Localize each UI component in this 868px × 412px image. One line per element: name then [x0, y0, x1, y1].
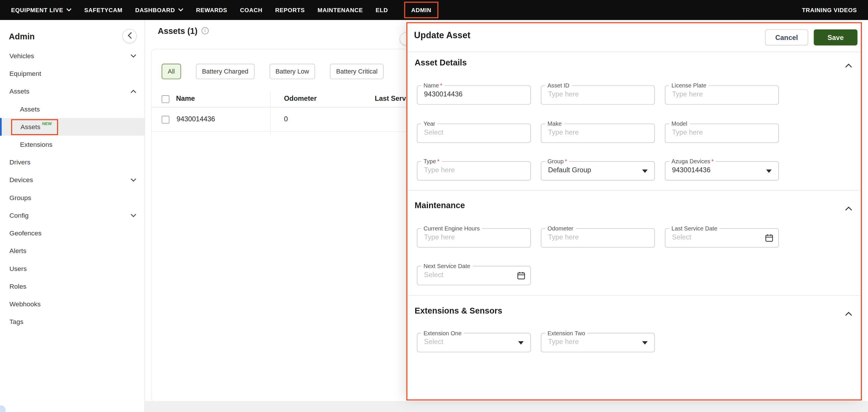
sidebar-item-tags[interactable]: Tags — [0, 313, 144, 331]
nav-dashboard[interactable]: DASHBOARD — [135, 7, 183, 13]
sidebar-item-groups[interactable]: Groups — [0, 189, 144, 206]
nav-admin[interactable]: ADMIN — [404, 2, 438, 18]
next-service-date-input[interactable] — [417, 269, 530, 282]
year-input[interactable] — [417, 127, 530, 139]
calendar-icon[interactable] — [765, 234, 773, 244]
field-make: Make — [541, 121, 655, 144]
field-extension-one[interactable]: Extension One — [417, 330, 531, 353]
sidebar-item-label: Extensions — [20, 141, 52, 149]
section-title-asset-details: Asset Details — [414, 58, 467, 67]
field-extension-two[interactable]: Extension Two — [541, 330, 655, 353]
section-title-extensions-sensors: Extensions & Sensors — [414, 306, 502, 315]
nav-maintenance[interactable]: MAINTENANCE — [317, 7, 363, 13]
last-service-date-input[interactable] — [665, 232, 778, 244]
sidebar-item-label: Devices — [9, 176, 33, 184]
extension-two-select[interactable] — [541, 336, 654, 349]
field-label: Make — [548, 120, 562, 127]
nav-rewards[interactable]: REWARDS — [196, 7, 227, 13]
license-plate-input[interactable] — [665, 89, 778, 101]
make-input[interactable] — [541, 127, 654, 139]
save-button[interactable]: Save — [814, 29, 857, 45]
field-last-service-date[interactable]: Last Service Date — [665, 226, 779, 249]
collapse-section-icon[interactable] — [845, 308, 852, 318]
nav-item-label: REWARDS — [196, 7, 227, 13]
sidebar-item-alerts[interactable]: Alerts — [0, 242, 144, 260]
current-engine-hours-input[interactable] — [417, 232, 530, 244]
sidebar-item-label: Tags — [9, 318, 24, 326]
update-asset-drawer: Update Asset Cancel Save Asset Details N… — [406, 22, 862, 401]
nav-item-label: ADMIN — [411, 7, 431, 13]
select-all-checkbox[interactable] — [162, 95, 169, 103]
chevron-down-icon — [66, 8, 71, 11]
nav-training-videos[interactable]: TRAINING VIDEOS — [802, 7, 857, 13]
calendar-icon[interactable] — [517, 271, 525, 282]
group-select[interactable] — [541, 165, 654, 177]
cancel-button[interactable]: Cancel — [765, 29, 808, 45]
chevron-left-icon — [127, 31, 132, 41]
field-next-service-date[interactable]: Next Service Date — [417, 263, 531, 286]
field-label: Year — [424, 120, 435, 127]
new-badge: NEW — [42, 121, 52, 126]
sidebar-item-users[interactable]: Users — [0, 260, 144, 277]
name-input[interactable] — [417, 89, 530, 101]
field-label: Azuga Devices — [672, 158, 710, 165]
chevron-down-icon — [178, 8, 183, 11]
nav-coach[interactable]: COACH — [240, 7, 262, 13]
divider — [407, 52, 861, 52]
sidebar-item-assets[interactable]: Assets — [0, 83, 144, 100]
sidebar-item-extensions[interactable]: Extensions — [0, 136, 144, 153]
field-license-plate: License Plate — [665, 83, 779, 106]
collapse-section-icon[interactable] — [845, 203, 852, 212]
cell-odometer: 0 — [284, 115, 288, 123]
page-title-row: Assets (1) i — [158, 26, 208, 36]
chip-label: Battery Critical — [336, 68, 378, 75]
sidebar-collapse-button[interactable] — [122, 29, 137, 43]
page-title: Assets (1) — [158, 26, 197, 36]
sidebar-item-assets-new[interactable]: Assets NEW — [0, 118, 144, 136]
filter-chip-battery-critical[interactable]: Battery Critical — [330, 64, 384, 79]
sidebar-item-label: Groups — [9, 194, 31, 202]
model-input[interactable] — [665, 127, 778, 139]
info-icon[interactable]: i — [202, 27, 209, 34]
cell-name: 9430014436 — [177, 115, 215, 123]
field-group[interactable]: Group* — [541, 158, 655, 181]
column-header-name[interactable]: Name — [176, 95, 195, 102]
sidebar-item-drivers[interactable]: Drivers — [0, 153, 144, 171]
odometer-input[interactable] — [541, 232, 654, 244]
nav-reports[interactable]: REPORTS — [275, 7, 305, 13]
row-checkbox[interactable] — [162, 116, 169, 124]
sidebar-item-assets-old[interactable]: Assets — [0, 100, 144, 118]
sidebar-item-geofences[interactable]: Geofences — [0, 225, 144, 242]
collapse-section-icon[interactable] — [845, 60, 852, 70]
required-asterisk: * — [711, 158, 714, 165]
filter-chip-all[interactable]: All — [162, 64, 181, 79]
column-header-odometer[interactable]: Odometer — [284, 95, 317, 102]
section-title-maintenance: Maintenance — [414, 201, 465, 210]
drawer-title: Update Asset — [414, 30, 470, 40]
battery-filter-chips: All Battery Charged Battery Low Battery … — [162, 64, 384, 79]
dropdown-caret-icon — [642, 341, 648, 345]
field-azuga-devices[interactable]: Azuga Devices* — [665, 158, 779, 181]
chip-label: Battery Low — [275, 68, 309, 75]
dropdown-caret-icon — [518, 341, 524, 345]
type-input[interactable] — [417, 165, 530, 177]
azuga-devices-select[interactable] — [665, 165, 778, 177]
nav-safetycam[interactable]: SAFETYCAM — [84, 7, 122, 13]
sidebar-item-label: Users — [9, 265, 27, 273]
sidebar-item-roles[interactable]: Roles — [0, 278, 144, 295]
dropdown-caret-icon — [642, 169, 648, 173]
nav-equipment-live[interactable]: EQUIPMENT LIVE — [11, 7, 71, 13]
sidebar-item-devices[interactable]: Devices — [0, 171, 144, 189]
nav-item-label: MAINTENANCE — [317, 7, 363, 13]
asset-id-input[interactable] — [541, 89, 654, 101]
nav-item-label: EQUIPMENT LIVE — [11, 7, 63, 13]
filter-chip-battery-charged[interactable]: Battery Charged — [196, 64, 254, 79]
sidebar-item-equipment[interactable]: Equipment — [0, 65, 144, 83]
sidebar-item-config[interactable]: Config — [0, 207, 144, 225]
filter-chip-battery-low[interactable]: Battery Low — [269, 64, 315, 79]
field-current-engine-hours: Current Engine Hours — [417, 226, 531, 249]
sidebar-item-webhooks[interactable]: Webhooks — [0, 295, 144, 313]
sidebar-item-vehicles[interactable]: Vehicles — [0, 47, 144, 65]
extension-one-select[interactable] — [417, 336, 530, 349]
nav-eld[interactable]: ELD — [376, 7, 388, 13]
